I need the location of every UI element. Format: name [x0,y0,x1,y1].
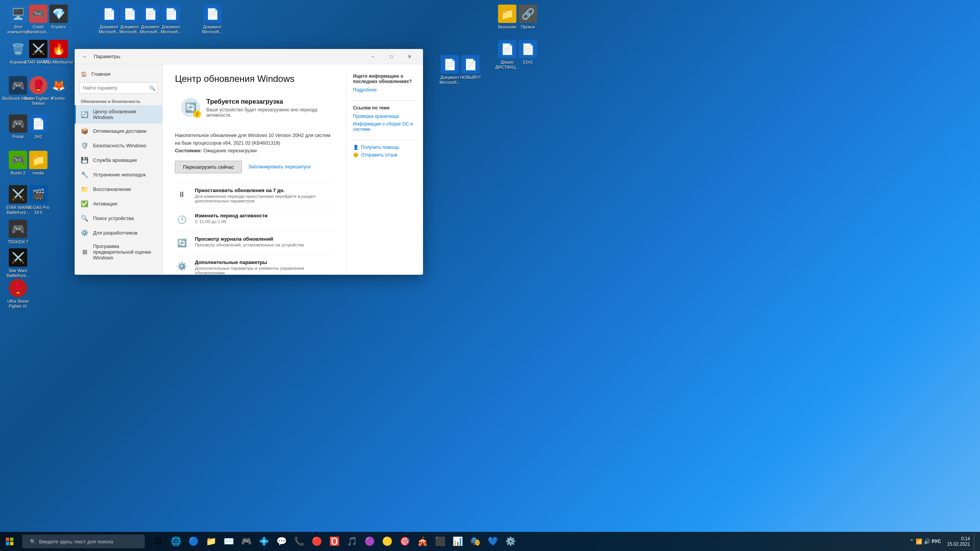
network-icon[interactable]: 📶 [916,538,922,544]
sidebar-item-dev[interactable]: ⚙️ Для разработчиков [75,225,162,240]
taskbar-search-icon: 🔍 [30,539,36,544]
insider-icon: ⊞ [81,248,88,256]
settings-window: ← Параметры – □ ✕ 🏠 Главная 🔍 Обновление… [75,49,423,275]
taskbar-time: 0:14 [961,536,970,541]
taskbar-mail[interactable]: ✉️ [220,533,237,550]
restart-now-button[interactable]: Перезагрузить сейчас [175,161,242,173]
sidebar-item-label-activation: Активация [93,201,117,207]
desktop-icon-kryptex[interactable]: 💎 Kryptex [41,3,76,31]
sidebar-item-label-update: Центр обновления Windows [93,109,156,120]
taskbar-edge[interactable]: 🌐 [167,533,185,550]
feature-activity-desc: С 11:00 до 1:00 [195,219,268,224]
taskbar-app10[interactable]: 🎭 [466,533,484,550]
desktop-icon-doc5[interactable]: 📄 Документ Microsoft... [195,3,230,36]
minimize-button[interactable]: – [364,49,382,64]
taskbar-steam[interactable]: 💠 [255,533,273,550]
maximize-button[interactable]: □ [382,49,400,64]
warning-banner: 🔄 ! Требуется перезагрузка Ваше устройст… [175,92,334,124]
desktop-icon-ultrastreet[interactable]: 🥊 Ultra Street Fighter IV [1,277,35,310]
warning-title: Требуется перезагрузка [206,98,328,106]
sidebar-item-troubleshoot[interactable]: 🔧 Устранение неполадок [75,167,162,182]
desktop-icon-novyi[interactable]: 📄 НОВЫЙ!!!! [453,54,488,82]
taskbar-app8[interactable]: ⬛ [431,533,449,550]
advanced-icon: ⚙️ [175,259,189,273]
taskbar-app1[interactable]: 🎮 [237,533,255,550]
desktop-icon-starwars4[interactable]: ⚔️ Star Wars Battlefront... [1,247,35,280]
feature-activity[interactable]: 🕐 Изменить период активности С 11:00 до … [175,208,334,231]
close-button[interactable]: ✕ [401,49,418,64]
sidebar-item-recovery[interactable]: 📁 Восстановление [75,182,162,196]
desktop-icon-doc4[interactable]: 📄 Документ Microsoft... [154,3,188,36]
desktop-icon-vegas[interactable]: 🎬 VEGAS Pro 18.0 [21,184,56,217]
sidebar-item-activation[interactable]: ✅ Активация [75,196,162,211]
feedback-icon: 😊 [353,152,359,158]
feature-activity-title: Изменить период активности [195,213,268,218]
desktop-icon-firefox[interactable]: 🦊 Firefox [41,75,76,103]
right-sysinfo-link[interactable]: Информация о сборке ОС и системе [353,121,417,132]
taskbar-app5[interactable]: 🟡 [378,533,396,550]
volume-icon[interactable]: 🔊 [924,538,930,544]
taskbar-clock[interactable]: 0:14 15.02.2021 [944,536,973,547]
right-feedback-action[interactable]: 😊 Отправить отзыв [353,152,417,158]
taskbar-discord[interactable]: 💬 [273,533,290,550]
sidebar-item-insider[interactable]: ⊞ Программа предварительной оценки Windo… [75,240,162,264]
svg-rect-2 [6,542,9,545]
sidebar-search-container: 🔍 [79,82,158,94]
window-body: 🏠 Главная 🔍 Обновление и безопасность 🔄 … [75,64,423,275]
desktop-icon-proxy[interactable]: 🔗 Прокси [511,3,545,31]
taskbar-opera[interactable]: 🅾️ [325,533,343,550]
find-device-icon: 🔍 [81,214,88,222]
help-icon: 👤 [353,145,359,150]
taskbar-task-view[interactable]: ⊟ [149,533,167,550]
taskbar-viber[interactable]: 📞 [290,533,308,550]
show-desktop-button[interactable] [974,533,977,550]
delivery-icon: 📦 [81,127,88,135]
right-details-link[interactable]: Подробнее [353,87,417,93]
taskbar-chrome[interactable]: 🔵 [185,533,202,550]
recovery-icon: 📁 [81,185,88,193]
update-status-text: Состояние: Ожидание перезагрузки [175,147,334,155]
activation-icon: ✅ [81,200,88,207]
taskbar-skype[interactable]: 💙 [484,533,501,550]
window-controls: – □ ✕ [364,49,418,64]
sidebar-item-security[interactable]: 🛡️ Безопасность Windows [75,138,162,153]
sidebar-item-find-device[interactable]: 🔍 Поиск устройства [75,211,162,225]
sidebar-search-input[interactable] [79,82,158,94]
feature-advanced[interactable]: ⚙️ Дополнительные параметры Дополнительн… [175,254,334,275]
sidebar-item-label-troubleshoot: Устранение неполадок [93,172,146,178]
window-titlebar: ← Параметры – □ ✕ [75,49,423,64]
taskbar-app6[interactable]: 🎯 [396,533,413,550]
taskbar-app2[interactable]: 🔴 [308,533,325,550]
lang-label[interactable]: РУС [932,539,941,544]
page-title: Центр обновления Windows [175,73,334,84]
taskbar-explorer[interactable]: 📁 [202,533,220,550]
sidebar-item-backup[interactable]: 💾 Служба архивации [75,153,162,167]
taskbar-settings[interactable]: ⚙️ [501,533,519,550]
desktop-icon-msi[interactable]: 🔥 MSI Afterburner [41,38,76,66]
sidebar-item-windows-update[interactable]: 🔄 Центр обновления Windows [75,105,162,124]
schedule-restart-link[interactable]: Запланировать перезапуск [247,161,312,173]
desktop-icon-tekken7[interactable]: 🎮 TEKKEN 7 [1,218,35,246]
sidebar-item-label-security: Безопасность Windows [93,143,146,148]
sidebar-home[interactable]: 🏠 Главная [75,67,162,81]
taskbar-app3[interactable]: 🎵 [343,533,361,550]
taskbar-app7[interactable]: 🎪 [413,533,431,550]
start-button[interactable] [0,532,19,551]
desktop-icon-media[interactable]: 📁 media [21,149,56,177]
warning-icon-wrap: 🔄 ! [181,98,200,117]
taskbar-search[interactable]: 🔍 Введите здесь текст для поиска [22,535,145,548]
action-buttons: Перезагрузить сейчас Запланировать перез… [175,161,334,173]
status-label: Состояние: [175,148,202,153]
taskbar-app9[interactable]: 📊 [449,533,466,550]
feature-history[interactable]: 🔄 Просмотр журнала обновлений Просмотр о… [175,231,334,254]
desktop-icon-21h1[interactable]: 📄 21Н1 [511,38,545,66]
desktop-icon-2h2[interactable]: 📄 2Н2 [21,113,56,141]
desktop: 🖥️ Этот компьютер 🎮 Crash Bandicoot... 💎… [0,0,980,551]
right-section-actions: 👤 Получить помощь 😊 Отправить отзыв [353,145,417,158]
right-help-action[interactable]: 👤 Получить помощь [353,145,417,150]
back-button[interactable]: ← [79,51,91,62]
sidebar-item-delivery-opt[interactable]: 📦 Оптимизация доставки [75,124,162,138]
feature-pause[interactable]: ⏸ Приостановить обновления на 7 дн. Для … [175,183,334,208]
right-storage-link[interactable]: Проверка хранилища [353,114,417,119]
taskbar-app4[interactable]: 🟣 [361,533,378,550]
